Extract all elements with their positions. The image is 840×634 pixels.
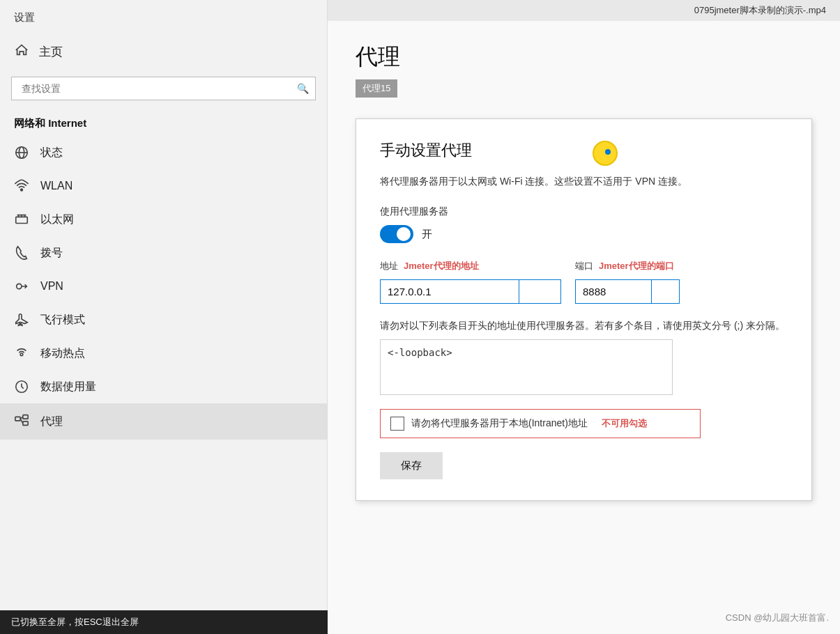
toggle-row: 开 <box>380 225 788 243</box>
svg-rect-14 <box>23 422 28 426</box>
port-group: 端口 Jmeter代理的端口 <box>575 260 680 304</box>
vpn-icon <box>14 279 29 294</box>
checkbox-row: 请勿将代理服务器用于本地(Intranet)地址 不可用勾选 <box>380 409 701 438</box>
manual-proxy-box: 手动设置代理 将代理服务器用于以太网或 Wi-Fi 连接。这些设置不适用于 VP… <box>356 118 812 501</box>
wlan-label: WLAN <box>40 180 72 192</box>
address-group: 地址 Jmeter代理的地址 <box>380 260 561 304</box>
sidebar-item-hotspot[interactable]: 移动热点 <box>0 337 327 370</box>
vpn-label: VPN <box>40 280 63 293</box>
home-label: 主页 <box>39 44 63 60</box>
wifi-icon <box>14 178 29 194</box>
port-label: 端口 <box>575 260 593 272</box>
sidebar-item-home[interactable]: 主页 <box>0 33 327 71</box>
proxy-icon <box>14 412 29 431</box>
port-annotation: Jmeter代理的端口 <box>599 260 674 272</box>
home-icon <box>14 42 29 61</box>
svg-point-3 <box>21 189 23 191</box>
bottom-bar: 已切换至全屏，按ESC退出全屏 <box>0 610 328 634</box>
sidebar: 设置 主页 🔍 网络和 Internet 状态 <box>0 0 328 634</box>
modal-description: 将代理服务器用于以太网或 Wi-Fi 连接。这些设置不适用于 VPN 连接。 <box>380 173 788 189</box>
port-input[interactable] <box>575 279 652 304</box>
hotspot-icon <box>14 346 29 361</box>
svg-rect-4 <box>16 217 28 223</box>
title-bar: 0795jmeter脚本录制的演示-.mp4 <box>328 0 840 21</box>
checkbox-label: 请勿将代理服务器用于本地(Intranet)地址 <box>411 417 588 430</box>
sidebar-item-proxy[interactable]: 代理 <box>0 403 327 440</box>
proxy-label: 代理 <box>40 415 63 429</box>
address-annotation: Jmeter代理的地址 <box>404 260 479 272</box>
address-input-row <box>380 279 561 304</box>
dialup-icon <box>14 245 29 261</box>
hotspot-label: 移动热点 <box>40 346 85 361</box>
sidebar-item-datausage[interactable]: 数据使用量 <box>0 370 327 403</box>
svg-rect-12 <box>15 417 20 421</box>
page-subtitle: 代理15 <box>356 79 397 98</box>
airplane-icon <box>14 312 29 327</box>
search-input[interactable] <box>11 77 316 100</box>
section-title: 网络和 Internet <box>0 106 327 136</box>
main-scroll: 代理 代理15 手动设置代理 将代理服务器用于以太网或 Wi-Fi 连接。这些设… <box>328 21 840 634</box>
address-label: 地址 <box>380 260 398 272</box>
sidebar-item-status[interactable]: 状态 <box>0 136 327 169</box>
datausage-label: 数据使用量 <box>40 380 96 394</box>
port-extra-input[interactable] <box>652 279 680 304</box>
search-icon: 🔍 <box>297 83 309 94</box>
bottom-bar-text: 已切换至全屏，按ESC退出全屏 <box>11 617 139 627</box>
data-icon <box>14 379 29 394</box>
svg-point-9 <box>17 284 22 288</box>
port-input-row <box>575 279 680 304</box>
ethernet-icon <box>14 212 29 227</box>
ethernet-label: 以太网 <box>40 212 74 227</box>
airplane-label: 飞行模式 <box>40 313 85 327</box>
dialup-label: 拨号 <box>40 246 63 261</box>
intranet-checkbox[interactable] <box>390 417 404 431</box>
address-input[interactable] <box>380 279 519 304</box>
sidebar-item-vpn[interactable]: VPN <box>0 270 327 303</box>
proxy-toggle-label: 使用代理服务器 <box>380 206 788 218</box>
proxy-toggle[interactable] <box>380 225 413 243</box>
sidebar-item-airplane[interactable]: 飞行模式 <box>0 303 327 337</box>
main-content-area: 0795jmeter脚本录制的演示-.mp4 代理 代理15 手动设置代理 将代… <box>328 0 840 634</box>
search-box: 🔍 <box>11 77 316 100</box>
save-button[interactable]: 保存 <box>380 452 443 479</box>
exclusions-label: 请勿对以下列表条目开头的地址使用代理服务器。若有多个条目，请使用英文分号 (;)… <box>380 318 788 333</box>
svg-line-16 <box>20 419 23 423</box>
address-port-row: 地址 Jmeter代理的地址 端口 Jmeter代理的端口 <box>380 260 788 304</box>
svg-point-10 <box>20 353 23 356</box>
sidebar-item-dialup[interactable]: 拨号 <box>0 236 327 270</box>
toggle-state-label: 开 <box>422 228 432 241</box>
sidebar-item-wlan[interactable]: WLAN <box>0 169 327 203</box>
svg-rect-13 <box>23 415 28 419</box>
modal-title: 手动设置代理 <box>380 140 788 161</box>
address-extra-input[interactable] <box>519 279 561 304</box>
checkbox-annotation: 不可用勾选 <box>602 417 647 430</box>
csdn-watermark: CSDN @幼儿园大班首富. <box>726 612 829 624</box>
sidebar-item-ethernet[interactable]: 以太网 <box>0 203 327 236</box>
page-title: 代理 <box>356 42 812 72</box>
status-label: 状态 <box>40 146 63 160</box>
globe-icon <box>14 145 29 160</box>
settings-header: 设置 <box>0 0 327 33</box>
exclusions-textarea[interactable] <box>380 339 673 395</box>
